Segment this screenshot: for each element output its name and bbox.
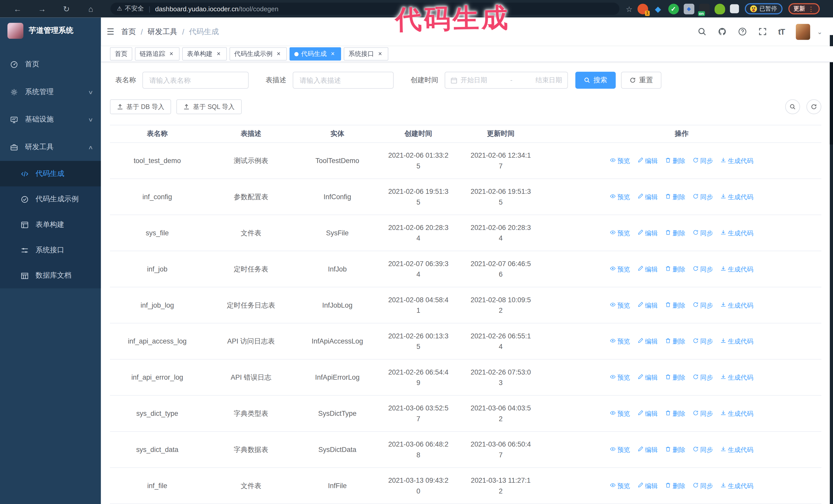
sync-link[interactable]: 同步 (693, 192, 713, 201)
search-icon[interactable] (697, 27, 706, 36)
sidebar-item-home[interactable]: 首页 (0, 50, 101, 78)
sidebar-item-system[interactable]: 系统管理∨ (0, 78, 101, 106)
preview-link[interactable]: 预览 (610, 481, 630, 490)
scrollbar-thumb[interactable] (830, 49, 833, 145)
edit-link[interactable]: 编辑 (638, 228, 658, 238)
sidebar-item-devtools[interactable]: 研发工具∧ (0, 133, 101, 161)
delete-link[interactable]: 删除 (665, 156, 685, 166)
end-date-placeholder[interactable]: 结束日期 (536, 76, 562, 85)
fullscreen-icon[interactable] (758, 27, 767, 36)
delete-link[interactable]: 删除 (665, 373, 685, 382)
tab-3[interactable]: 代码生成示例× (230, 47, 287, 61)
user-avatar[interactable] (796, 24, 810, 40)
generate-code-link[interactable]: 生成代码 (720, 301, 754, 310)
preview-link[interactable]: 预览 (610, 301, 630, 310)
sync-link[interactable]: 同步 (693, 481, 713, 490)
close-icon[interactable]: × (377, 50, 384, 57)
delete-link[interactable]: 删除 (665, 337, 685, 346)
home-icon[interactable]: ⌂ (85, 4, 97, 13)
extension-fehelper-icon[interactable]: 1 (637, 3, 648, 14)
reload-icon[interactable]: ↻ (60, 4, 73, 14)
breadcrumb-item-1[interactable]: 研发工具 (148, 27, 177, 37)
toggle-search-button[interactable] (785, 99, 800, 114)
sync-link[interactable]: 同步 (693, 445, 713, 455)
delete-link[interactable]: 删除 (665, 264, 685, 274)
edit-link[interactable]: 编辑 (638, 445, 658, 455)
bookmark-star-icon[interactable]: ☆ (626, 5, 633, 13)
tab-4[interactable]: 代码生成× (290, 47, 341, 61)
font-size-icon[interactable]: tT (778, 27, 785, 36)
url-path[interactable]: /tool/codegen (239, 5, 279, 13)
preview-link[interactable]: 预览 (610, 337, 630, 346)
close-icon[interactable]: × (215, 50, 222, 57)
generate-code-link[interactable]: 生成代码 (720, 373, 754, 382)
edit-link[interactable]: 编辑 (638, 337, 658, 346)
paused-badge[interactable]: 已暂停 (744, 3, 782, 14)
table-desc-input[interactable] (293, 72, 394, 89)
preview-link[interactable]: 预览 (610, 156, 630, 166)
generate-code-link[interactable]: 生成代码 (720, 337, 754, 346)
tab-0[interactable]: 首页 (110, 47, 132, 61)
sync-link[interactable]: 同步 (693, 264, 713, 274)
preview-link[interactable]: 预览 (610, 264, 630, 274)
delete-link[interactable]: 删除 (665, 192, 685, 201)
reset-button[interactable]: 重置 (621, 72, 662, 89)
extension-octopus-icon[interactable] (714, 3, 725, 14)
address-bar[interactable]: ⚠ 不安全 | dashboard.yudao.iocoder.cn/tool/… (111, 3, 619, 15)
delete-link[interactable]: 删除 (665, 481, 685, 490)
extension-diamond-icon[interactable]: ◆ (652, 3, 663, 14)
sidebar-subitem-dbdoc[interactable]: 数据库文档 (0, 263, 101, 288)
sync-link[interactable]: 同步 (693, 409, 713, 418)
tab-2[interactable]: 表单构建× (182, 47, 227, 61)
edit-link[interactable]: 编辑 (638, 156, 658, 166)
help-icon[interactable] (738, 27, 747, 36)
preview-link[interactable]: 预览 (610, 445, 630, 455)
import-sql-button[interactable]: 基于 SQL 导入 (176, 99, 241, 114)
security-warning-icon[interactable]: ⚠ (117, 5, 122, 12)
search-button[interactable]: 搜索 (575, 72, 616, 89)
sync-link[interactable]: 同步 (693, 228, 713, 238)
sync-link[interactable]: 同步 (693, 337, 713, 346)
security-warning-label[interactable]: 不安全 (125, 4, 144, 13)
sidebar-subitem-api[interactable]: 系统接口 (0, 237, 101, 263)
start-date-placeholder[interactable]: 开始日期 (460, 76, 487, 85)
sync-link[interactable]: 同步 (693, 156, 713, 166)
back-icon[interactable]: ← (11, 4, 24, 13)
sync-link[interactable]: 同步 (693, 373, 713, 382)
close-icon[interactable]: × (329, 50, 336, 57)
generate-code-link[interactable]: 生成代码 (720, 228, 754, 238)
tab-1[interactable]: 链路追踪× (135, 47, 180, 61)
close-icon[interactable]: × (275, 50, 282, 57)
delete-link[interactable]: 删除 (665, 445, 685, 455)
url-domain[interactable]: dashboard.yudao.iocoder.cn (155, 5, 239, 13)
refresh-button[interactable] (806, 99, 821, 114)
extension-switch-icon[interactable]: on (699, 3, 710, 14)
table-name-input[interactable] (142, 72, 248, 89)
extension-check-icon[interactable]: ✓ (668, 3, 679, 14)
extensions-puzzle-icon[interactable] (730, 4, 739, 13)
hamburger-icon[interactable]: ☰ (105, 27, 116, 37)
tab-5[interactable]: 系统接口× (344, 47, 388, 61)
generate-code-link[interactable]: 生成代码 (720, 409, 754, 418)
sidebar-subitem-codegen[interactable]: 代码生成 (0, 161, 101, 186)
sync-link[interactable]: 同步 (693, 301, 713, 310)
extension-grid-icon[interactable]: ◆ (684, 3, 694, 14)
sidebar-item-infra[interactable]: 基础设施∨ (0, 105, 101, 133)
breadcrumb-item-0[interactable]: 首页 (121, 27, 136, 37)
update-button[interactable]: 更新 ⋮ (788, 3, 819, 14)
page-scrollbar[interactable] (830, 35, 833, 504)
preview-link[interactable]: 预览 (610, 373, 630, 382)
edit-link[interactable]: 编辑 (638, 264, 658, 274)
browser-menu-icon[interactable]: ⋮ (808, 5, 814, 13)
preview-link[interactable]: 预览 (610, 409, 630, 418)
generate-code-link[interactable]: 生成代码 (720, 156, 754, 166)
import-db-button[interactable]: 基于 DB 导入 (110, 99, 171, 114)
delete-link[interactable]: 删除 (665, 409, 685, 418)
generate-code-link[interactable]: 生成代码 (720, 445, 754, 455)
preview-link[interactable]: 预览 (610, 192, 630, 201)
delete-link[interactable]: 删除 (665, 301, 685, 310)
generate-code-link[interactable]: 生成代码 (720, 264, 754, 274)
edit-link[interactable]: 编辑 (638, 409, 658, 418)
sidebar-subitem-codegen-demo[interactable]: 代码生成示例 (0, 186, 101, 212)
date-range-picker[interactable]: 开始日期 - 结束日期 (445, 72, 568, 89)
